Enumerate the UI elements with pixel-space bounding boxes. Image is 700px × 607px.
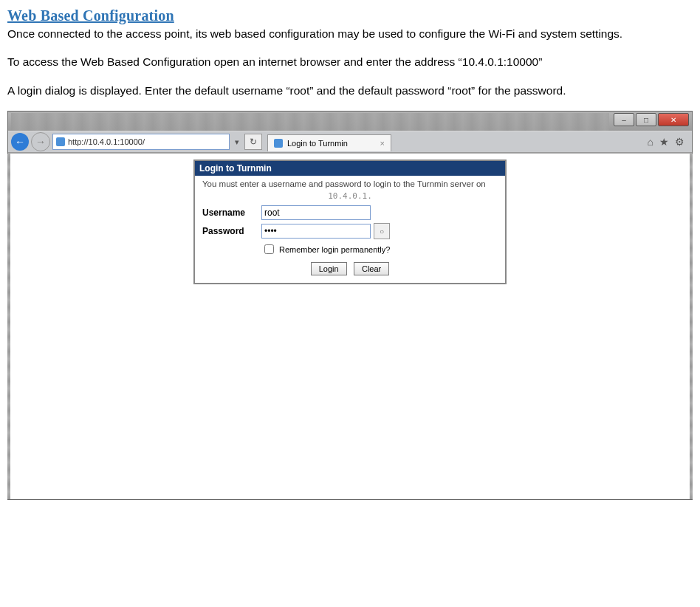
password-label: Password [202, 226, 261, 236]
home-icon[interactable]: ⌂ [648, 136, 653, 148]
browser-tab-active[interactable]: Login to Turnmin × [267, 134, 391, 151]
username-row: Username [202, 205, 498, 220]
intro-paragraph-3: A login dialog is displayed. Enter the d… [7, 83, 693, 99]
browser-window: – □ ✕ ← → http://10.4.0.1:10000/ ▾ ↻ Log… [7, 111, 693, 500]
intro-paragraph-1: Once connected to the access point, its … [7, 26, 693, 42]
nav-back-button[interactable]: ← [11, 133, 29, 151]
browser-toolbar: ← → http://10.4.0.1:10000/ ▾ ↻ Login to … [8, 131, 692, 153]
tab-title: Login to Turnmin [287, 139, 348, 148]
section-title: Web Based Configuration [7, 7, 693, 24]
browser-viewport: Login to Turnmin You must enter a userna… [8, 153, 692, 499]
username-label: Username [202, 208, 261, 218]
window-titlebar: – □ ✕ [8, 112, 692, 131]
login-dialog-body: You must enter a username and password t… [195, 176, 505, 283]
toolbar-right-icons: ⌂ ★ ⚙ [643, 136, 689, 148]
clear-button[interactable]: Clear [354, 262, 389, 275]
address-bar-text: http://10.4.0.1:10000/ [68, 137, 145, 146]
settings-gear-icon[interactable]: ⚙ [675, 136, 684, 148]
password-row: Password ○ [202, 223, 498, 239]
site-favicon-icon [56, 137, 65, 146]
remember-row: Remember login permanently? [261, 242, 498, 256]
window-maximize-button[interactable]: □ [636, 113, 656, 126]
tab-strip: Login to Turnmin × [267, 132, 641, 151]
window-right-edge [690, 154, 693, 499]
login-button[interactable]: Login [311, 262, 347, 275]
tab-favicon-icon [274, 139, 283, 148]
login-message: You must enter a username and password t… [202, 179, 498, 190]
remember-label: Remember login permanently? [279, 245, 390, 254]
username-input[interactable] [261, 205, 371, 220]
login-dialog-title: Login to Turnmin [195, 161, 505, 176]
window-close-button[interactable]: ✕ [658, 113, 689, 126]
window-minimize-button[interactable]: – [614, 113, 634, 126]
refresh-button[interactable]: ↻ [244, 134, 262, 150]
intro-paragraph-2: To access the Web Based Configuration op… [7, 54, 693, 70]
tab-close-icon[interactable]: × [380, 139, 385, 148]
password-input[interactable] [261, 224, 371, 239]
titlebar-background [11, 113, 609, 131]
login-dialog: Login to Turnmin You must enter a userna… [193, 160, 507, 284]
remember-checkbox[interactable] [264, 244, 274, 254]
address-bar[interactable]: http://10.4.0.1:10000/ [52, 134, 230, 150]
reveal-password-icon[interactable]: ○ [374, 223, 390, 239]
url-dropdown-icon[interactable]: ▾ [232, 137, 242, 147]
login-host: 10.4.0.1. [202, 191, 498, 201]
window-left-edge [7, 154, 10, 499]
nav-forward-button[interactable]: → [31, 132, 50, 151]
login-button-row: Login Clear [202, 262, 498, 275]
favorites-icon[interactable]: ★ [659, 136, 669, 148]
